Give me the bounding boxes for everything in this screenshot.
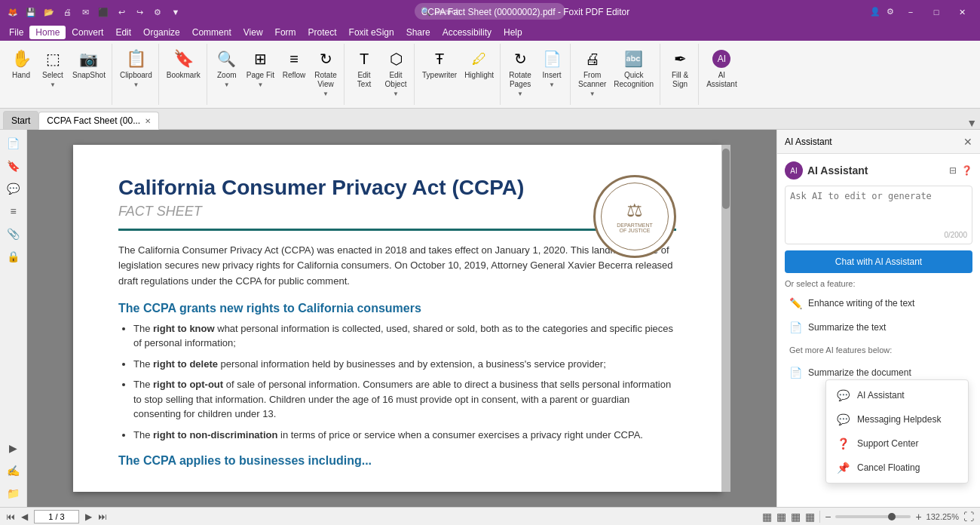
menu-edit[interactable]: Edit (109, 26, 137, 39)
close-button[interactable]: ✕ (950, 5, 974, 20)
fillsign-button[interactable]: ✒ Fill &Sign (665, 45, 695, 91)
menu-file[interactable]: File (3, 26, 29, 39)
sidebar-icon-layers[interactable]: ≡ (2, 201, 25, 222)
sidebar-icon-doc[interactable]: 📁 (2, 483, 25, 504)
ai-header-section: AI AI Assistant ⊟ ❓ (785, 161, 972, 180)
insert-arrow: ▼ (549, 81, 555, 88)
redo-icon[interactable]: ↪ (133, 5, 146, 19)
sidebar-icon-pages[interactable]: 📄 (2, 133, 25, 154)
reflow-button[interactable]: ≡ Reflow (279, 45, 309, 81)
department-seal: ⚖ DEPARTMENTOF JUSTICE (593, 175, 676, 258)
menu-convert[interactable]: Convert (66, 26, 109, 39)
sidebar-icon-bookmarks[interactable]: 🔖 (2, 155, 25, 177)
save-icon[interactable]: 💾 (24, 5, 38, 19)
menu-accessibility[interactable]: Accessibility (436, 26, 498, 39)
view-single-icon[interactable]: ▦ (762, 511, 772, 523)
menu-help[interactable]: Help (498, 26, 528, 39)
extra-icon[interactable]: ⚙ (151, 5, 164, 19)
edit-object-button[interactable]: ⬡ EditObject ▼ (381, 45, 411, 99)
view-spread-icon[interactable]: ▦ (805, 511, 815, 523)
zoom-button[interactable]: 🔍 Zoom ▼ (212, 45, 242, 90)
select-tool-button[interactable]: ⬚ Select ▼ (38, 45, 68, 90)
sidebar-icon-attachments[interactable]: 📎 (2, 223, 25, 244)
profile-icon[interactable]: 👤 (868, 5, 882, 18)
ai-panel-main-title: AI Assistant (807, 164, 868, 177)
menu-organize[interactable]: Organize (137, 26, 186, 39)
ai-summarize-text-item[interactable]: 📄 Summarize the text (785, 318, 972, 336)
nav-last-button[interactable]: ⏭ (98, 511, 107, 522)
sidebar-expand-icon[interactable]: ▶ (2, 438, 25, 459)
dropdown-icon[interactable]: ▼ (169, 5, 182, 19)
bookmark-icon: 🔖 (173, 48, 194, 69)
view-scroll-icon[interactable]: ▦ (791, 511, 801, 523)
tab-ccpa[interactable]: CCPA Fact Sheet (00... ✕ (38, 112, 159, 130)
edit-text-button[interactable]: T EditText (349, 45, 379, 91)
zoom-out-button[interactable]: − (825, 511, 831, 523)
minimize-button[interactable]: − (899, 5, 923, 20)
menu-home[interactable]: Home (29, 26, 66, 39)
ai-enhance-writing-item[interactable]: ✏️ Enhance writing of the text (785, 294, 972, 312)
ai-chat-button[interactable]: Chat with AI Assistant (785, 250, 972, 273)
open-icon[interactable]: 📂 (42, 5, 56, 19)
list-item: The right to delete personal information… (133, 357, 676, 372)
undo-icon[interactable]: ↩ (115, 5, 128, 19)
dropdown-cancel-float[interactable]: 📌 Cancel Floating (826, 456, 968, 480)
clipboard-button[interactable]: 📋 Clipboard ▼ (117, 45, 155, 90)
tab-scroll-down[interactable]: ▼ (966, 117, 977, 129)
sidebar-expand-btn[interactable]: ▶ (2, 438, 25, 459)
snapshot-label: SnapShot (72, 71, 106, 80)
menu-protect[interactable]: Protect (302, 26, 343, 39)
nav-next-button[interactable]: ▶ (85, 511, 92, 522)
menu-view[interactable]: View (237, 26, 269, 39)
menu-foxitsign[interactable]: Foxit eSign (343, 26, 400, 39)
settings-icon[interactable]: ⚙ (884, 5, 897, 18)
nav-first-button[interactable]: ⏮ (6, 511, 15, 522)
scanner-button[interactable]: 🖨 FromScanner ▼ (575, 45, 609, 99)
ai-panel-close-button[interactable]: ✕ (963, 136, 972, 148)
left-sidebar: 📄 🔖 💬 ≡ 📎 🔒 ▶ ✍ 📁 (0, 130, 27, 507)
pagefit-button[interactable]: ⊞ Page Fit ▼ (243, 45, 277, 90)
fullscreen-button[interactable]: ⛶ (963, 511, 974, 523)
typewriter-button[interactable]: Ŧ Typewriter (419, 45, 460, 81)
tab-ccpa-close[interactable]: ✕ (145, 117, 151, 125)
typewriter-icon: Ŧ (429, 48, 450, 69)
maximize-button[interactable]: □ (924, 5, 948, 20)
rotate-pages-button[interactable]: ↻ RotatePages ▼ (505, 45, 535, 99)
zoom-slider[interactable] (835, 515, 911, 518)
menu-form[interactable]: Form (269, 26, 302, 39)
ai-history-icon[interactable]: ⊟ (949, 165, 957, 176)
dropdown-messaging[interactable]: 💬 Messaging Helpdesk (826, 407, 968, 431)
menu-share[interactable]: Share (400, 26, 436, 39)
sidebar-icon-comments[interactable]: 💬 (2, 178, 25, 199)
bookmark-button[interactable]: 🔖 Bookmark (164, 45, 204, 81)
sidebar-icon-security[interactable]: 🔒 (2, 246, 25, 267)
recognition-button[interactable]: 🔤 QuickRecognition (611, 45, 657, 91)
menu-comment[interactable]: Comment (186, 26, 237, 39)
scroll-track[interactable] (721, 145, 730, 492)
dropdown-support[interactable]: ❓ Support Center (826, 431, 968, 456)
page-input[interactable] (34, 510, 79, 523)
ai-textarea-wrap[interactable]: 0/2000 (785, 186, 972, 244)
snapshot-tool-button[interactable]: 📷 SnapShot (69, 45, 109, 81)
highlight-button[interactable]: 🖊 Highlight (461, 45, 497, 81)
scroll-thumb[interactable] (722, 149, 730, 209)
nav-prev-button[interactable]: ◀ (21, 511, 28, 522)
ai-textarea[interactable] (790, 191, 967, 229)
hand-tool-button[interactable]: ✋ Hand (6, 45, 36, 81)
tab-start[interactable]: Start (3, 111, 38, 129)
rotate-view-button[interactable]: ↻ RotateView ▼ (311, 45, 341, 99)
ai-dot: AI (712, 50, 730, 68)
ai-assistant-label: AIAssistant (706, 71, 737, 89)
ai-help-icon[interactable]: ❓ (961, 165, 972, 176)
rotate-pages-arrow: ▼ (517, 91, 523, 97)
dropdown-ai-assistant[interactable]: 💬 AI Assistant (826, 383, 968, 407)
print-icon[interactable]: 🖨 (60, 5, 74, 19)
ai-assistant-ribbon-button[interactable]: AI AIAssistant (703, 45, 740, 91)
save2-icon[interactable]: ⬛ (96, 5, 110, 19)
search-bar[interactable]: 🔍 Search (415, 3, 565, 20)
email-icon[interactable]: ✉ (78, 5, 92, 19)
insert-button[interactable]: 📄 Insert ▼ (537, 45, 567, 90)
view-double-icon[interactable]: ▦ (776, 511, 786, 523)
sidebar-icon-sig[interactable]: ✍ (2, 460, 25, 481)
zoom-in-button[interactable]: + (915, 511, 921, 523)
